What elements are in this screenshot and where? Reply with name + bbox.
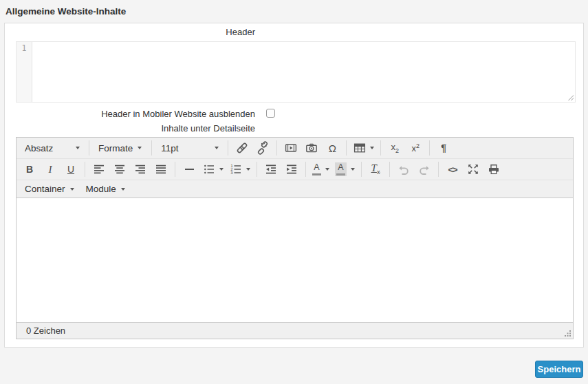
horizontal-rule-icon bbox=[185, 169, 194, 170]
header-code-textarea[interactable] bbox=[32, 42, 575, 102]
clear-formatting-button[interactable]: Tx bbox=[366, 160, 385, 179]
detail-content-label: Inhalte unter Detailseite bbox=[5, 123, 255, 134]
source-code-icon: <> bbox=[448, 165, 457, 174]
camera-icon bbox=[305, 141, 318, 155]
svg-text:3: 3 bbox=[230, 171, 232, 175]
link-button[interactable] bbox=[232, 139, 252, 158]
editor-resize-handle-icon[interactable] bbox=[564, 330, 571, 337]
media-icon bbox=[284, 141, 298, 155]
underline-button[interactable]: U bbox=[61, 160, 80, 179]
toolbar-separator bbox=[276, 140, 277, 156]
toolbar-separator bbox=[151, 140, 152, 156]
table-button[interactable] bbox=[351, 139, 376, 158]
print-button[interactable] bbox=[484, 160, 503, 179]
table-icon bbox=[353, 141, 367, 155]
clear-formatting-icon: Tx bbox=[371, 163, 380, 175]
outdent-button[interactable] bbox=[261, 160, 281, 179]
chevron-down-icon bbox=[121, 188, 125, 191]
bold-icon: B bbox=[26, 164, 33, 174]
page-title: Allgemeine Website-Inhalte bbox=[6, 6, 126, 17]
source-code-button[interactable]: <> bbox=[443, 160, 462, 179]
mobile-hide-checkbox[interactable] bbox=[266, 109, 275, 118]
italic-icon: I bbox=[49, 164, 52, 175]
bullet-list-icon bbox=[202, 162, 216, 176]
toolbar-separator bbox=[438, 162, 439, 177]
pilcrow-icon: ¶ bbox=[441, 143, 446, 153]
horizontal-rule-button[interactable] bbox=[179, 160, 199, 179]
container-menu-button[interactable]: Container bbox=[19, 180, 80, 198]
subscript-icon: x2 bbox=[391, 142, 400, 154]
align-center-button[interactable] bbox=[110, 160, 129, 179]
text-color-icon: A bbox=[312, 163, 321, 175]
toolbar-separator bbox=[85, 162, 85, 177]
align-left-icon bbox=[92, 162, 106, 176]
chevron-down-icon bbox=[70, 188, 74, 191]
omega-icon: Ω bbox=[329, 143, 336, 153]
toolbar-separator bbox=[380, 140, 381, 156]
toolbar-separator bbox=[361, 162, 362, 177]
editor-content-area[interactable] bbox=[17, 198, 573, 322]
subscript-button[interactable]: x2 bbox=[385, 139, 404, 158]
character-count: 0 Zeichen bbox=[26, 326, 65, 336]
chevron-down-icon bbox=[219, 168, 224, 171]
redo-button[interactable] bbox=[415, 160, 434, 179]
header-code-editor[interactable]: 1 bbox=[16, 41, 576, 103]
module-menu-button[interactable]: Module bbox=[80, 180, 131, 198]
header-field-label: Header bbox=[5, 27, 255, 37]
redo-icon bbox=[417, 162, 431, 176]
toolbar-separator bbox=[429, 140, 430, 156]
font-size-value: 11pt bbox=[161, 143, 178, 153]
toolbar-row-1: Absatz Formate 11pt bbox=[17, 138, 573, 159]
superscript-icon: x2 bbox=[412, 143, 420, 153]
toolbar-row-3: Container Module bbox=[17, 180, 573, 198]
module-menu-label: Module bbox=[86, 184, 116, 194]
image-button[interactable] bbox=[302, 139, 321, 158]
unlink-icon bbox=[256, 141, 270, 155]
font-size-select[interactable]: 11pt bbox=[155, 139, 224, 158]
chevron-down-icon bbox=[325, 168, 329, 171]
italic-button[interactable]: I bbox=[41, 160, 60, 179]
unlink-button[interactable] bbox=[253, 139, 272, 158]
fullscreen-icon bbox=[466, 162, 480, 176]
numbered-list-button[interactable]: 1 2 3 bbox=[227, 160, 252, 179]
textarea-resize-handle-icon[interactable] bbox=[567, 94, 574, 101]
toolbar-separator bbox=[257, 162, 257, 177]
align-justify-button[interactable] bbox=[151, 160, 171, 179]
text-color-button[interactable]: A bbox=[310, 160, 331, 179]
indent-icon bbox=[285, 162, 298, 176]
toolbar-separator bbox=[305, 162, 306, 177]
superscript-button[interactable]: x2 bbox=[406, 139, 425, 158]
paragraph-button[interactable]: ¶ bbox=[434, 139, 453, 158]
fullscreen-button[interactable] bbox=[464, 160, 483, 179]
indent-button[interactable] bbox=[282, 160, 301, 179]
content-panel: Header 1 Header in Mobiler Website ausbl… bbox=[4, 23, 584, 348]
align-right-icon bbox=[133, 162, 147, 176]
toolbar-separator bbox=[175, 162, 175, 177]
toolbar-separator bbox=[346, 140, 347, 156]
undo-icon bbox=[397, 162, 411, 176]
link-icon bbox=[235, 141, 249, 155]
media-button[interactable] bbox=[281, 139, 301, 158]
charmap-button[interactable]: Ω bbox=[323, 139, 342, 158]
chevron-down-icon bbox=[351, 168, 355, 171]
bullet-list-button[interactable] bbox=[200, 160, 226, 179]
chevron-down-icon bbox=[215, 147, 219, 149]
paragraph-format-select[interactable]: Absatz bbox=[19, 139, 85, 158]
bold-button[interactable]: B bbox=[20, 160, 39, 179]
outdent-icon bbox=[264, 162, 278, 176]
formats-label: Formate bbox=[98, 143, 133, 153]
align-right-button[interactable] bbox=[131, 160, 150, 179]
save-button[interactable]: Speichern bbox=[535, 361, 583, 378]
undo-button[interactable] bbox=[394, 160, 413, 179]
numbered-list-icon: 1 2 3 bbox=[229, 162, 243, 176]
paragraph-format-value: Absatz bbox=[25, 143, 53, 153]
print-icon bbox=[487, 162, 501, 176]
background-color-icon: A bbox=[335, 162, 347, 175]
chevron-down-icon bbox=[370, 147, 374, 149]
align-left-button[interactable] bbox=[89, 160, 109, 179]
chevron-down-icon bbox=[76, 147, 80, 149]
line-number: 1 bbox=[22, 43, 27, 53]
background-color-button[interactable]: A bbox=[333, 160, 357, 179]
formats-menu-button[interactable]: Formate bbox=[93, 140, 148, 157]
rich-text-editor: Absatz Formate 11pt bbox=[16, 137, 574, 339]
